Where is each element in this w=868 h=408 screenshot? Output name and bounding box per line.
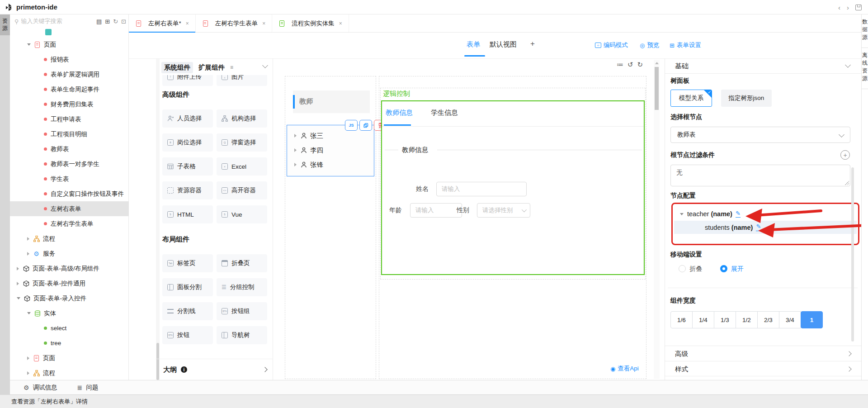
- radio-collapse-label[interactable]: 折叠: [689, 265, 702, 273]
- tree-row[interactable]: 教师表一对多学生: [10, 157, 129, 171]
- tree-row[interactable]: 页面-表单-控件通用: [10, 276, 129, 291]
- tree-row[interactable]: 表单扩展逻辑调用: [10, 67, 129, 82]
- palette-item[interactable]: 机构选择: [217, 109, 267, 128]
- width-option[interactable]: 1/2: [736, 311, 758, 328]
- caret-right-icon[interactable]: [27, 237, 29, 241]
- close-icon[interactable]: [339, 20, 342, 27]
- add-filter-button[interactable]: +: [840, 150, 850, 160]
- props-section-basic[interactable]: 基础: [665, 59, 862, 74]
- palette-item[interactable]: xExcel: [217, 157, 267, 176]
- width-option[interactable]: 3/4: [779, 311, 801, 328]
- tree-row[interactable]: 页面-表单-录入控件: [10, 291, 129, 306]
- palette-item[interactable]: Tab标签页: [162, 254, 213, 272]
- tree-row[interactable]: 页面: [10, 351, 129, 365]
- palette-item[interactable]: 导航树: [217, 326, 267, 344]
- caret-right-icon[interactable]: [17, 282, 19, 285]
- palette-item[interactable]: Q弹窗选择: [217, 133, 267, 152]
- props-scroll-thumb[interactable]: [851, 167, 854, 342]
- tab-teacher-info[interactable]: 教师信息: [386, 109, 413, 117]
- tree-row[interactable]: 学生表: [10, 171, 129, 186]
- outline-footer[interactable]: 大纲 i: [156, 359, 273, 380]
- add-view-button[interactable]: +: [530, 39, 535, 48]
- tree-node[interactable]: 李四: [287, 144, 323, 156]
- mode-json-tree-button[interactable]: 指定树形json: [721, 90, 772, 107]
- canvas-scrollbar[interactable]: [654, 60, 660, 379]
- caret-right-icon[interactable]: [294, 148, 297, 152]
- palette-item[interactable]: ☰分组控制: [217, 278, 267, 296]
- close-icon[interactable]: [262, 20, 265, 27]
- palette-tab-system[interactable]: 系统组件: [161, 62, 193, 73]
- caret-down-icon[interactable]: [27, 43, 31, 46]
- caret-right-icon[interactable]: [17, 267, 19, 270]
- palette-item[interactable]: 5HTML: [162, 205, 213, 223]
- tree-row[interactable]: 页面-表单-高级/布局组件: [10, 261, 129, 276]
- palette-item[interactable]: 子表格: [162, 157, 213, 176]
- editor-tab[interactable]: 左树右学生表单: [196, 14, 273, 32]
- undo-icon[interactable]: ↺: [627, 61, 633, 69]
- caret-right-icon[interactable]: [294, 134, 297, 138]
- refresh-icon[interactable]: ↻: [113, 19, 118, 24]
- collapse-panels-icon[interactable]: ⊡: [121, 19, 126, 24]
- tree-row[interactable]: 左树右学生表单: [10, 216, 129, 231]
- rail-tab-offline-resources[interactable]: 离线资源: [862, 48, 868, 89]
- edit-pencil-icon[interactable]: ✎: [756, 223, 761, 231]
- import-icon[interactable]: ▤: [96, 19, 102, 24]
- section-advanced[interactable]: 高级: [665, 346, 862, 361]
- palette-item[interactable]: <>高开容器: [217, 181, 267, 199]
- debug-info-tab[interactable]: ⚙调试信息: [24, 384, 57, 392]
- problems-tab[interactable]: ≣问题: [77, 384, 99, 392]
- caret-down-icon[interactable]: [27, 312, 31, 314]
- caret-right-icon[interactable]: [27, 252, 29, 256]
- tree-row[interactable]: 页面: [10, 37, 129, 52]
- width-option-selected[interactable]: 1: [801, 311, 823, 328]
- tree-row-selected[interactable]: 左树右表单: [10, 201, 129, 216]
- palette-menu-icon[interactable]: ≡: [230, 64, 233, 71]
- tree-row[interactable]: 工程项目明细: [10, 127, 129, 142]
- width-option[interactable]: 2/3: [757, 311, 779, 328]
- canvas-scroll-thumb[interactable]: [655, 67, 659, 110]
- outline-list-icon[interactable]: ≔: [617, 61, 623, 69]
- palette-item[interactable]: 资源容器: [162, 181, 213, 199]
- rail-tab-datasource[interactable]: 数据源: [862, 14, 868, 48]
- tree-row[interactable]: 表单生命周起事件: [10, 82, 129, 97]
- caret-right-icon[interactable]: [27, 356, 29, 360]
- tree-row[interactable]: 流程: [10, 365, 129, 380]
- palette-tab-extension[interactable]: 扩展组件: [198, 63, 225, 72]
- node-row-teacher[interactable]: teacher (name) ✎: [674, 207, 857, 221]
- edit-pencil-icon[interactable]: ✎: [736, 210, 741, 218]
- view-tab-default-view[interactable]: 默认视图: [490, 40, 517, 49]
- radio-collapse[interactable]: [679, 265, 686, 272]
- radio-expand-selected[interactable]: [720, 265, 727, 272]
- tree-row[interactable]: 流程: [10, 231, 129, 246]
- width-option[interactable]: 1/6: [670, 311, 693, 328]
- selected-tree-widget[interactable]: JS 张三 李四 张锋: [287, 125, 374, 176]
- mode-model-relation-button[interactable]: 模型关系 ✓: [670, 90, 712, 107]
- palette-item[interactable]: BTN按钮组: [217, 302, 267, 320]
- view-tab-form[interactable]: 表单: [467, 40, 480, 49]
- width-option[interactable]: 1/3: [714, 311, 736, 328]
- palette-item[interactable]: 人员选择: [162, 109, 213, 128]
- save-icon[interactable]: [855, 5, 862, 10]
- view-api-link[interactable]: ◉查看Api: [610, 365, 639, 373]
- tree-row[interactable]: 报销表: [10, 52, 129, 67]
- tree-row[interactable]: 实体: [10, 306, 129, 321]
- palette-item[interactable]: 折叠页: [217, 254, 267, 272]
- filter-textarea[interactable]: 无: [670, 165, 850, 186]
- editor-tab-active[interactable]: 左树右表单*: [129, 14, 196, 32]
- palette-item[interactable]: 分割线: [162, 302, 213, 320]
- rail-tab-resources[interactable]: 资源: [0, 14, 10, 35]
- palette-item[interactable]: ⤒附件上传: [162, 75, 213, 86]
- js-logic-button[interactable]: JS: [345, 120, 358, 131]
- caret-right-icon[interactable]: [27, 371, 29, 375]
- resize-grip-icon[interactable]: [844, 180, 849, 185]
- nav-forward-icon[interactable]: ›: [847, 4, 849, 11]
- logic-control-container[interactable]: 教师信息 学生信息 教师信息 姓名 请输入 年龄 请输入 性别 请选择性别: [381, 100, 645, 275]
- code-mode-button[interactable]: ‹›编码模式: [595, 41, 628, 49]
- form-settings-button[interactable]: ⊞表单设置: [670, 41, 701, 49]
- tree-row[interactable]: tree: [10, 336, 129, 351]
- palette-item[interactable]: 面板分割: [162, 278, 213, 296]
- tree-row[interactable]: select: [10, 321, 129, 336]
- caret-down-icon[interactable]: [17, 297, 20, 299]
- tree-row[interactable]: 自定义窗口操作按钮及事件: [10, 186, 129, 201]
- redo-icon[interactable]: ↻: [637, 61, 643, 69]
